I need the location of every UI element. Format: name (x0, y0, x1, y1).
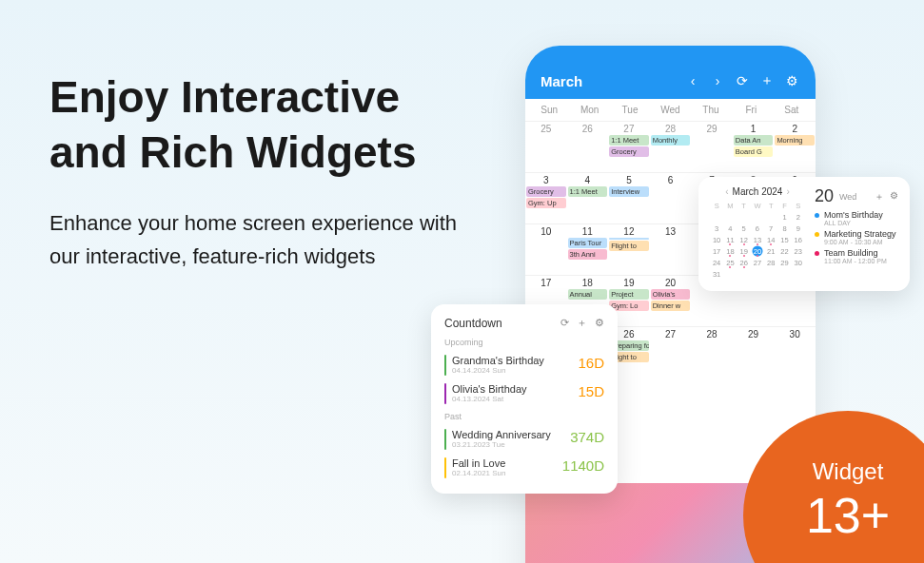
mini-cell[interactable]: 1 (777, 211, 791, 223)
add-icon[interactable]: ＋ (577, 316, 587, 330)
add-icon[interactable]: ＋ (875, 190, 884, 204)
settings-icon[interactable]: ⚙ (783, 72, 800, 89)
mini-cell[interactable]: 21 (764, 245, 777, 257)
calendar-cell[interactable]: 25 (525, 121, 567, 172)
agenda-widget[interactable]: ‹ March 2024 › SMTWTFS123456789101112131… (698, 177, 910, 291)
calendar-cell[interactable]: 29 (733, 326, 775, 378)
settings-icon[interactable]: ⚙ (890, 190, 898, 204)
calendar-cell[interactable]: 5Interview (608, 172, 650, 223)
calendar-cell[interactable]: 271:1 MeetGrocery (608, 121, 650, 172)
countdown-item[interactable]: Fall in Love02.14.2021 Sun1140D (444, 454, 604, 482)
calendar-cell[interactable]: 28Monthly (650, 121, 692, 172)
calendar-cell[interactable]: 29 (691, 121, 733, 172)
chevron-left-icon[interactable]: ‹ (725, 186, 728, 197)
event-chip[interactable]: Data An (734, 135, 774, 146)
mini-cell[interactable]: 3 (710, 223, 723, 234)
mini-cell[interactable]: 2 (792, 211, 805, 223)
event-chip[interactable]: Gym: Up (526, 198, 566, 208)
event-chip[interactable]: 3th Anni (568, 249, 608, 260)
next-month-icon[interactable]: › (709, 72, 726, 89)
refresh-icon[interactable]: ⟳ (734, 72, 751, 89)
countdown-name: Fall in Love (452, 457, 557, 469)
settings-icon[interactable]: ⚙ (595, 317, 604, 329)
mini-cell[interactable]: 22 (777, 245, 791, 257)
day-name: Wed (650, 105, 690, 115)
mini-cell[interactable]: 6 (751, 223, 764, 234)
agenda-item[interactable]: Marketing Strategy9:00 AM - 10:30 AM (815, 229, 898, 245)
mini-cell[interactable]: 4 (723, 223, 737, 234)
calendar-cell[interactable]: 2Morning (774, 121, 816, 172)
mini-cell (764, 268, 777, 280)
agenda-weekday: Wed (839, 192, 856, 202)
calendar-cell[interactable]: 11Paris Tour3th Anni (567, 223, 609, 275)
event-chip[interactable]: Project (609, 289, 649, 300)
event-chip[interactable]: Grocery (609, 146, 649, 157)
countdown-item[interactable]: Wedding Anniversary03.21.2023 Tue374D (444, 425, 604, 454)
chevron-right-icon[interactable]: › (786, 186, 789, 197)
calendar-cell[interactable]: 13 (650, 223, 692, 275)
mini-cell[interactable]: 29 (777, 257, 791, 268)
mini-cell[interactable]: 30 (792, 257, 805, 268)
event-chip[interactable]: Grocery (526, 186, 566, 197)
mini-cell[interactable]: 17 (710, 245, 723, 257)
countdown-widget[interactable]: Countdown ⟳ ＋ ⚙ Upcoming Grandma's Birth… (431, 304, 618, 494)
mini-cell[interactable]: 24 (710, 257, 723, 268)
mini-cell[interactable]: 20 (751, 245, 764, 257)
event-chip[interactable]: Board G (734, 146, 774, 157)
mini-cell[interactable]: 16 (792, 234, 805, 245)
event-chip[interactable]: Monthly (651, 135, 691, 146)
mini-cell[interactable]: 26 (737, 257, 751, 268)
calendar-cell[interactable]: 1Data AnBoard G (733, 121, 775, 172)
mini-cell[interactable]: 5 (737, 223, 751, 234)
calendar-cell[interactable]: 41:1 Meet (567, 172, 609, 223)
event-chip[interactable]: Dinner w (651, 301, 691, 311)
event-chip[interactable]: Flight to (609, 241, 649, 251)
event-chip[interactable]: Paris Tour (568, 238, 608, 248)
calendar-cell[interactable]: 28 (691, 326, 733, 378)
countdown-item[interactable]: Grandma's Birthday04.14.2024 Sun16D (444, 351, 604, 379)
mini-cell (723, 268, 737, 280)
mini-cell (777, 268, 791, 280)
mini-cell[interactable]: 8 (777, 223, 791, 234)
mini-cell[interactable]: 13 (751, 234, 764, 245)
countdown-days: 15D (578, 383, 604, 399)
countdown-item[interactable]: Olivia's Birthday04.13.2024 Sat15D (444, 379, 604, 408)
day-name: Sun (529, 105, 569, 115)
calendar-cell[interactable]: 6 (650, 172, 692, 223)
event-chip[interactable]: Morning (775, 135, 815, 146)
calendar-cell[interactable]: 12Flight to (608, 223, 650, 275)
mini-cell[interactable]: 10 (710, 234, 723, 245)
mini-cell[interactable]: 9 (792, 223, 805, 234)
mini-cell[interactable]: 23 (792, 245, 805, 257)
add-icon[interactable]: ＋ (758, 72, 776, 89)
event-chip[interactable]: Interview (609, 186, 649, 197)
calendar-cell[interactable]: 27 (650, 326, 692, 378)
prev-month-icon[interactable]: ‹ (684, 72, 701, 89)
mini-cell[interactable]: 19 (737, 245, 751, 257)
mini-cell[interactable]: 15 (777, 234, 791, 245)
agenda-item[interactable]: Team Building11:00 AM - 12:00 PM (815, 248, 898, 264)
event-chip[interactable]: Annual (568, 289, 608, 300)
agenda-item[interactable]: Mom's BirthdayALL DAY (815, 210, 898, 226)
calendar-cell[interactable]: 30 (774, 326, 816, 378)
calendar-cell[interactable]: 20Olivia'sDinner w (650, 275, 692, 326)
event-chip[interactable] (609, 238, 649, 240)
refresh-icon[interactable]: ⟳ (560, 317, 569, 329)
mini-cell (723, 211, 737, 223)
mini-cell[interactable]: 28 (764, 257, 777, 268)
calendar-cell[interactable]: 26 (567, 121, 609, 172)
mini-cell[interactable]: 7 (764, 223, 777, 234)
mini-cell[interactable]: 18 (723, 245, 737, 257)
mini-cell[interactable]: 27 (751, 257, 764, 268)
mini-cell[interactable]: 25 (723, 257, 737, 268)
mini-cell[interactable]: 31 (710, 268, 723, 280)
event-chip[interactable]: Olivia's (651, 289, 691, 300)
mini-cell (737, 268, 751, 280)
event-chip[interactable]: 1:1 Meet (609, 135, 649, 146)
mini-cell[interactable]: 11 (723, 234, 737, 245)
mini-cell[interactable]: 14 (764, 234, 777, 245)
event-chip[interactable]: 1:1 Meet (568, 186, 608, 197)
mini-cell[interactable]: 12 (737, 234, 751, 245)
calendar-cell[interactable]: 10 (525, 223, 567, 275)
calendar-cell[interactable]: 3GroceryGym: Up (525, 172, 567, 223)
